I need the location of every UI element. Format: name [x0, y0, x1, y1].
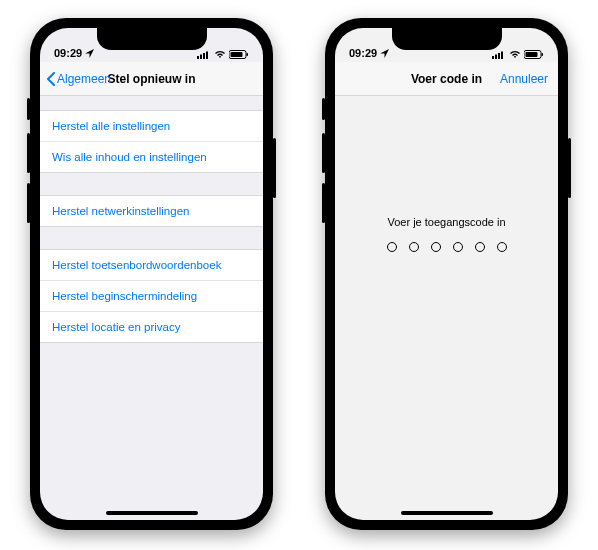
svg-rect-9	[498, 53, 500, 59]
svg-rect-10	[501, 52, 503, 60]
passcode-dot	[387, 242, 397, 252]
status-time: 09:29	[54, 47, 82, 59]
svg-rect-8	[495, 55, 497, 60]
wifi-icon	[214, 50, 226, 59]
home-indicator[interactable]	[106, 511, 198, 515]
svg-rect-1	[200, 55, 202, 60]
page-title: Stel opnieuw in	[107, 72, 195, 86]
iphone-frame-right: 09:29 Voer code in Annuleer	[325, 18, 568, 530]
svg-rect-3	[206, 52, 208, 60]
settings-group-2: Herstel netwerkinstellingen	[40, 195, 263, 227]
wifi-icon	[509, 50, 521, 59]
nav-bar: Algemeen Stel opnieuw in	[40, 62, 263, 96]
settings-group-3: Herstel toetsenbordwoordenboek Herstel b…	[40, 249, 263, 343]
passcode-dot	[497, 242, 507, 252]
cellular-signal-icon	[492, 50, 506, 59]
svg-rect-7	[492, 56, 494, 59]
reset-network-row[interactable]: Herstel netwerkinstellingen	[40, 196, 263, 226]
passcode-dots[interactable]	[387, 242, 507, 252]
cellular-signal-icon	[197, 50, 211, 59]
passcode-prompt: Voer je toegangscode in	[387, 216, 505, 228]
screen-passcode-entry: 09:29 Voer code in Annuleer	[335, 28, 558, 520]
svg-rect-0	[197, 56, 199, 59]
passcode-dot	[453, 242, 463, 252]
iphone-frame-left: 09:29 Al	[30, 18, 273, 530]
passcode-dot	[475, 242, 485, 252]
settings-group-1: Herstel alle instellingen Wis alle inhou…	[40, 110, 263, 173]
reset-keyboard-row[interactable]: Herstel toetsenbordwoordenboek	[40, 250, 263, 281]
battery-icon	[524, 50, 544, 59]
svg-rect-13	[542, 53, 544, 56]
location-arrow-icon	[380, 49, 389, 58]
passcode-dot	[409, 242, 419, 252]
back-label: Algemeen	[57, 72, 111, 86]
notch	[392, 28, 502, 50]
passcode-dot	[431, 242, 441, 252]
back-button[interactable]: Algemeen	[46, 72, 111, 86]
passcode-area: Voer je toegangscode in	[335, 96, 558, 252]
chevron-left-icon	[46, 72, 56, 86]
reset-location-privacy-row[interactable]: Herstel locatie en privacy	[40, 312, 263, 342]
svg-rect-5	[231, 52, 243, 57]
home-indicator[interactable]	[401, 511, 493, 515]
screen-reset-settings: 09:29 Al	[40, 28, 263, 520]
cancel-button[interactable]: Annuleer	[500, 72, 548, 86]
reset-homescreen-row[interactable]: Herstel beginschermindeling	[40, 281, 263, 312]
svg-rect-2	[203, 53, 205, 59]
nav-bar: Voer code in Annuleer	[335, 62, 558, 96]
battery-icon	[229, 50, 249, 59]
erase-all-content-row[interactable]: Wis alle inhoud en instellingen	[40, 142, 263, 172]
reset-all-settings-row[interactable]: Herstel alle instellingen	[40, 111, 263, 142]
notch	[97, 28, 207, 50]
svg-rect-12	[526, 52, 538, 57]
location-arrow-icon	[85, 49, 94, 58]
page-title: Voer code in	[411, 72, 482, 86]
status-time: 09:29	[349, 47, 377, 59]
svg-rect-6	[247, 53, 249, 56]
